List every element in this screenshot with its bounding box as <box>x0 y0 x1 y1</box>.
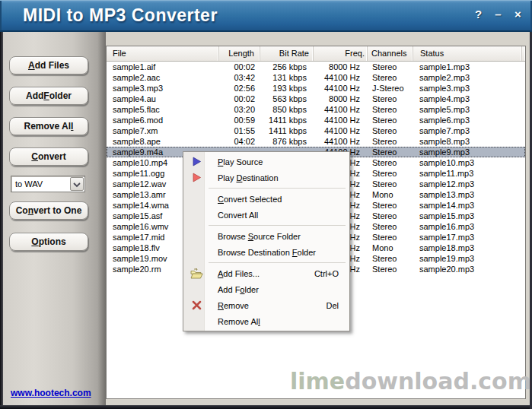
menu-item-label: Browse Destination Folder <box>218 248 316 257</box>
minimize-button[interactable]: – <box>493 8 503 21</box>
output-format-value: to WAV <box>11 179 70 189</box>
table-row[interactable]: sample8.ape04:02876 kbps44100 HzStereosa… <box>107 136 525 147</box>
menu-item-browse-source-folder[interactable]: Browse Source Folder <box>183 228 349 244</box>
output-format-select[interactable]: to WAV <box>11 176 85 192</box>
sidebar: Add Files Add Folder Remove All Convert … <box>3 32 106 405</box>
table-row[interactable]: sample1.aif00:02256 kbps8000 HzStereosam… <box>107 62 525 72</box>
menu-item-label: Convert All <box>218 211 258 220</box>
menu-item-remove-all[interactable]: Remove All <box>183 313 349 329</box>
add-files-button[interactable]: Add Files <box>9 56 88 75</box>
cell-channels: Mono <box>368 243 413 253</box>
dropdown-button[interactable] <box>70 177 84 191</box>
menu-item-play-source[interactable]: Play Source <box>183 154 349 170</box>
cell-bitrate: 876 kbps <box>260 136 314 147</box>
menu-item-label: Add Files... <box>218 269 260 278</box>
cell-length: 02:56 <box>219 83 260 94</box>
menu-item-play-destination[interactable]: Play Destination <box>183 170 349 185</box>
column-header-file[interactable]: File <box>107 46 219 61</box>
cell-length: 04:02 <box>219 136 260 147</box>
menu-item-convert-selected[interactable]: Convert Selected <box>183 191 349 207</box>
menu-separator <box>209 225 346 226</box>
watermark: limedownload.com <box>290 368 531 395</box>
close-button[interactable]: × <box>513 8 523 21</box>
watermark-prefix: lime <box>290 368 345 395</box>
window-border-left <box>0 32 3 409</box>
cell-channels: Mono <box>368 189 413 200</box>
cell-status: sample5.mp3 <box>413 104 522 115</box>
cell-freq: 8000 Hz <box>314 62 368 72</box>
cell-channels: Stereo <box>368 125 413 136</box>
watermark-suffix: download.com <box>345 368 531 395</box>
play-destination-icon <box>190 172 203 184</box>
table-row[interactable]: sample3.mp302:56193 kbps44100 HzJ-Stereo… <box>107 83 525 94</box>
menu-item-label: Play Destination <box>218 173 279 182</box>
cell-bitrate: 131 kbps <box>260 72 314 83</box>
cell-status: sample4.mp3 <box>413 94 522 104</box>
column-header-status[interactable]: Status <box>413 46 522 61</box>
menu-item-add-files[interactable]: Add Files...Ctrl+O <box>183 265 349 281</box>
menu-item-remove[interactable]: RemoveDel <box>183 297 349 313</box>
cell-channels: J-Stereo <box>368 83 413 94</box>
cell-file: sample1.aif <box>107 62 219 72</box>
window-controls: ? – × <box>473 8 523 21</box>
cell-bitrate: 850 kbps <box>260 104 314 115</box>
cell-bitrate: 1411 kbps <box>260 125 314 136</box>
table-row[interactable]: sample5.flac03:20850 kbps44100 HzStereos… <box>107 104 525 115</box>
menu-item-convert-all[interactable]: Convert All <box>183 207 349 223</box>
cell-channels: Stereo <box>368 72 413 83</box>
table-row[interactable]: sample4.au00:02563 kbps8000 HzStereosamp… <box>107 94 525 104</box>
cell-channels: Stereo <box>368 62 413 72</box>
column-header-freq[interactable]: Freq. <box>314 46 368 61</box>
cell-status: sample13.mp3 <box>413 189 522 200</box>
menu-shortcut: Del <box>326 301 339 310</box>
cell-file: sample5.flac <box>107 104 219 115</box>
table-row[interactable]: sample7.xm01:551411 kbps44100 HzStereosa… <box>107 125 525 136</box>
cell-channels: Stereo <box>368 94 413 104</box>
convert-to-one-button[interactable]: Convert to One <box>9 201 88 220</box>
cell-bitrate: 193 kbps <box>260 83 314 94</box>
add-folder-button[interactable]: Add Folder <box>9 87 88 105</box>
cell-status: sample18.mp3 <box>413 243 522 253</box>
column-header-channels[interactable]: Channels <box>368 46 413 61</box>
cell-channels: Stereo <box>368 221 413 232</box>
options-button[interactable]: Options <box>9 233 88 251</box>
menu-separator <box>209 262 346 263</box>
cell-status: sample3.mp3 <box>413 83 522 94</box>
remove-all-button[interactable]: Remove All <box>9 117 88 135</box>
table-row[interactable]: sample6.mod00:591411 kbps44100 HzStereos… <box>107 115 525 125</box>
cell-status: sample9.mp3 <box>413 147 522 157</box>
convert-button[interactable]: Convert <box>9 147 88 166</box>
cell-channels: Stereo <box>368 115 413 125</box>
menu-item-add-folder[interactable]: Add Folder <box>183 281 349 297</box>
menu-item-label: Remove <box>218 301 249 310</box>
column-header-bitrate[interactable]: Bit Rate <box>260 46 314 61</box>
cell-channels: Stereo <box>368 264 413 274</box>
help-button[interactable]: ? <box>473 8 483 21</box>
cell-channels: Stereo <box>368 179 413 189</box>
cell-length: 00:02 <box>219 62 260 72</box>
menu-item-label: Browse Source Folder <box>218 232 301 241</box>
hootech-link[interactable]: www.hootech.com <box>11 388 91 398</box>
cell-file: sample2.aac <box>107 72 219 83</box>
menu-item-label: Convert Selected <box>218 195 282 204</box>
title-bar[interactable]: MIDI to MP3 Converter ? – × <box>0 0 532 32</box>
cell-freq: 44100 Hz <box>314 125 368 136</box>
cell-bitrate: 1411 kbps <box>260 115 314 125</box>
app-window: MIDI to MP3 Converter ? – × Add Files Ad… <box>0 0 532 409</box>
cell-file: sample7.xm <box>107 125 219 136</box>
cell-bitrate: 563 kbps <box>260 94 314 104</box>
menu-item-label: Play Source <box>218 157 263 166</box>
cell-freq: 44100 Hz <box>314 115 368 125</box>
cell-status: sample20.mp3 <box>413 264 522 274</box>
cell-status: sample12.mp3 <box>413 179 522 189</box>
add-files-icon <box>190 268 203 280</box>
column-header-length[interactable]: Length <box>219 46 260 61</box>
menu-item-browse-destination-folder[interactable]: Browse Destination Folder <box>183 244 349 260</box>
cell-status: sample6.mp3 <box>413 115 522 125</box>
cell-channels: Stereo <box>368 147 413 157</box>
table-row[interactable]: sample2.aac03:42131 kbps44100 HzStereosa… <box>107 72 525 83</box>
menu-separator <box>209 188 346 189</box>
cell-bitrate: 256 kbps <box>260 62 314 72</box>
cell-channels: Stereo <box>368 104 413 115</box>
cell-file: sample3.mp3 <box>107 83 219 94</box>
